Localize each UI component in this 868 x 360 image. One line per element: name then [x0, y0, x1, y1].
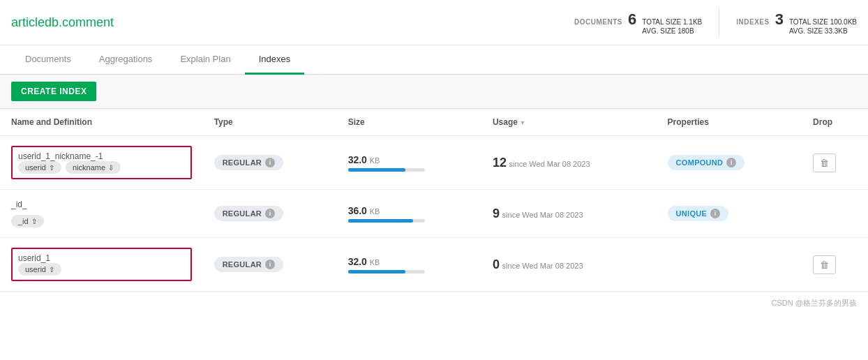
table-row: userid_1_nickname_-1 userid ⇧nickname ⇩ … [0, 136, 868, 190]
toolbar: CREATE INDEX [0, 75, 868, 109]
cell-properties: COMPOUND i [657, 136, 802, 190]
cell-usage: 12 since Wed Mar 08 2023 [481, 136, 657, 190]
stats-group: DOCUMENTS 6 TOTAL SIZE 1.1KB AVG. SIZE 1… [574, 8, 857, 36]
drop-button[interactable]: 🗑 [813, 255, 836, 274]
docs-avg-size: AVG. SIZE 180B [642, 27, 702, 35]
property-badge: COMPOUND i [668, 155, 745, 170]
cell-name: userid_1_nickname_-1 userid ⇧nickname ⇩ [0, 136, 203, 190]
indexes-sub: TOTAL SIZE 100.0KB AVG. SIZE 33.3KB [789, 18, 857, 35]
cell-drop: 🗑 [802, 136, 868, 190]
up-arrow-icon: ⇧ [49, 164, 54, 172]
size-unit: KB [370, 156, 380, 165]
size-bar [348, 270, 406, 273]
cell-name: _id_ _id ⇧ [0, 190, 203, 238]
property-info-icon[interactable]: i [726, 158, 736, 167]
name-highlighted-box: userid_1 userid ⇧ [11, 248, 192, 281]
cell-properties [657, 238, 802, 292]
documents-label: DOCUMENTS [574, 18, 622, 26]
cell-drop: 🗑 [802, 238, 868, 292]
name-highlighted-box: userid_1_nickname_-1 userid ⇧nickname ⇩ [11, 146, 192, 179]
cell-type: REGULAR i [203, 238, 337, 292]
cell-type: REGULAR i [203, 136, 337, 190]
documents-stat: DOCUMENTS 6 TOTAL SIZE 1.1KB AVG. SIZE 1… [574, 10, 702, 35]
col-type: Type [203, 109, 337, 136]
indexes-stat: INDEXES 3 TOTAL SIZE 100.0KB AVG. SIZE 3… [736, 10, 857, 35]
size-value: 32.0 KB [348, 154, 470, 165]
tab-explain-plan[interactable]: Explain Plan [166, 45, 244, 75]
col-size: Size [337, 109, 481, 136]
usage-since: since Wed Mar 08 2023 [502, 262, 583, 270]
documents-sub: TOTAL SIZE 1.1KB AVG. SIZE 180B [642, 18, 702, 35]
size-cell: 32.0 KB [348, 256, 470, 273]
idx-avg-size: AVG. SIZE 33.3KB [789, 27, 857, 35]
type-info-icon[interactable]: i [265, 158, 275, 167]
size-bar-bg [348, 270, 425, 273]
size-bar-bg [348, 219, 425, 223]
index-tag: nickname ⇩ [66, 161, 121, 174]
index-tag: userid ⇧ [18, 263, 61, 276]
indexes-table-container: Name and Definition Type Size Usage Prop… [0, 109, 868, 292]
idx-total-size: TOTAL SIZE 100.0KB [789, 18, 857, 26]
size-bar [348, 168, 406, 172]
cell-name: userid_1 userid ⇧ [0, 238, 203, 292]
cell-type: REGULAR i [203, 190, 337, 238]
up-arrow-icon: ⇧ [31, 218, 37, 225]
tab-documents[interactable]: Documents [11, 45, 85, 75]
stat-divider [719, 8, 719, 36]
col-properties: Properties [657, 109, 802, 136]
header: articledb.comment DOCUMENTS 6 TOTAL SIZE… [0, 0, 868, 45]
docs-total-size: TOTAL SIZE 1.1KB [642, 18, 702, 26]
usage-count: 0 [493, 257, 500, 271]
usage-count: 12 [493, 156, 507, 170]
size-cell: 32.0 KB [348, 154, 470, 172]
property-info-icon[interactable]: i [710, 209, 720, 218]
size-bar-bg [348, 168, 425, 172]
size-cell: 36.0 KB [348, 205, 470, 223]
usage-count: 9 [493, 207, 500, 220]
type-info-icon[interactable]: i [265, 260, 275, 269]
create-index-button[interactable]: CREATE INDEX [11, 82, 96, 101]
usage-since: since Wed Mar 08 2023 [509, 160, 590, 168]
index-name-cell: _id_ _id ⇧ [11, 200, 192, 227]
index-name: _id_ [11, 200, 192, 209]
col-drop: Drop [802, 109, 868, 136]
size-bar [348, 219, 414, 223]
col-usage[interactable]: Usage [481, 109, 657, 136]
cell-size: 32.0 KB [337, 136, 481, 190]
index-tags: userid ⇧nickname ⇩ [18, 161, 185, 174]
indexes-label: INDEXES [736, 18, 769, 26]
indexes-table: Name and Definition Type Size Usage Prop… [0, 109, 868, 292]
tab-indexes[interactable]: Indexes [245, 45, 305, 75]
table-row: _id_ _id ⇧ REGULAR i 36.0 KB 9 [0, 190, 868, 238]
size-unit: KB [370, 258, 380, 267]
cell-usage: 9 since Wed Mar 08 2023 [481, 190, 657, 238]
cell-size: 36.0 KB [337, 190, 481, 238]
cell-properties: UNIQUE i [657, 190, 802, 238]
type-badge: REGULAR i [214, 257, 284, 272]
index-name: userid_1_nickname_-1 [18, 151, 185, 161]
tabs: Documents Aggregations Explain Plan Inde… [0, 45, 868, 75]
watermark: CSDN @格兰芬多的男孩 [0, 292, 868, 314]
size-value: 36.0 KB [348, 205, 470, 216]
type-badge: REGULAR i [214, 155, 284, 170]
index-name: userid_1 [18, 253, 185, 263]
index-tag: userid ⇧ [18, 161, 61, 174]
col-name: Name and Definition [0, 109, 203, 136]
index-tags: userid ⇧ [18, 263, 185, 276]
logo: articledb.comment [11, 15, 114, 30]
size-unit: KB [370, 207, 380, 216]
table-row: userid_1 userid ⇧ REGULAR i 32.0 KB [0, 238, 868, 292]
table-body: userid_1_nickname_-1 userid ⇧nickname ⇩ … [0, 136, 868, 292]
type-info-icon[interactable]: i [265, 209, 275, 218]
index-tag: _id ⇧ [11, 215, 44, 227]
cell-usage: 0 since Wed Mar 08 2023 [481, 238, 657, 292]
tab-aggregations[interactable]: Aggregations [85, 45, 167, 75]
drop-button[interactable]: 🗑 [813, 153, 836, 172]
logo-collection: .comment [59, 15, 114, 29]
property-badge: UNIQUE i [668, 206, 729, 221]
documents-count: 6 [628, 10, 636, 29]
usage-since: since Wed Mar 08 2023 [502, 211, 583, 219]
logo-db: articledb [11, 15, 59, 29]
table-header: Name and Definition Type Size Usage Prop… [0, 109, 868, 136]
type-badge: REGULAR i [214, 206, 284, 221]
